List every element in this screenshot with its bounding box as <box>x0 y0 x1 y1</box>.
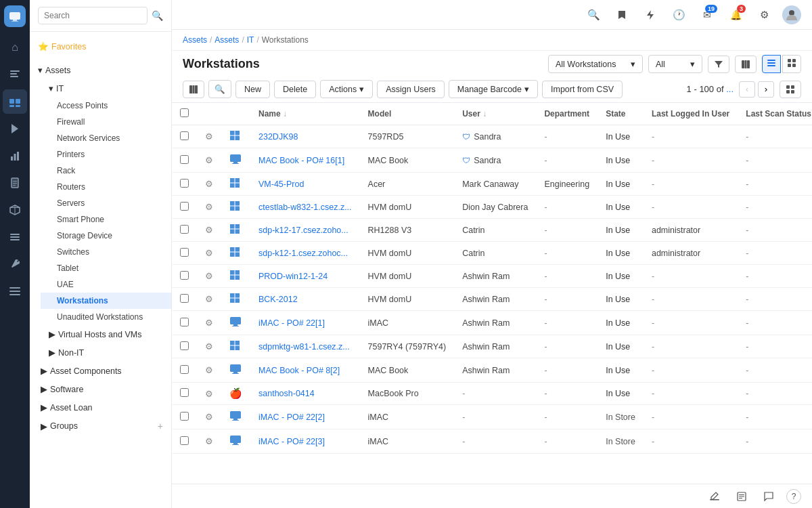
row-settings-icon[interactable]: ⚙ <box>205 294 213 304</box>
chat-icon-bar[interactable] <box>759 487 778 506</box>
sidebar-item-network-services[interactable]: Network Services <box>41 130 171 146</box>
help-icon-bar[interactable]: ? <box>786 489 801 504</box>
bookmark-icon[interactable] <box>612 5 632 25</box>
asset-name-link[interactable]: iMAC - PO# 22[3] <box>258 437 325 446</box>
row-checkbox[interactable] <box>180 179 189 188</box>
row-checkbox[interactable] <box>180 318 189 326</box>
row-checkbox[interactable] <box>180 294 189 303</box>
software-header[interactable]: ▶ Software <box>30 380 171 398</box>
delete-button[interactable]: Delete <box>274 81 316 98</box>
row-checkbox[interactable] <box>180 202 189 211</box>
row-settings-icon[interactable]: ⚙ <box>205 436 213 446</box>
message-icon[interactable]: ✉ 19 <box>697 5 717 25</box>
add-group-icon[interactable]: + <box>158 421 163 431</box>
table-search-button[interactable]: 🔍 <box>208 80 231 98</box>
th-model[interactable]: Model <box>360 103 455 125</box>
groups-header[interactable]: ▶ Groups + <box>30 417 171 436</box>
search-button[interactable]: 🔍 <box>152 10 163 21</box>
bolt-header-icon[interactable] <box>640 5 660 25</box>
nav-package-icon[interactable] <box>3 198 27 222</box>
search-input[interactable] <box>38 7 148 24</box>
row-settings-icon[interactable]: ⚙ <box>205 389 213 399</box>
asset-name-link[interactable]: MAC Book - PO# 8[2] <box>258 366 340 375</box>
workstations-filter[interactable]: All Workstations ▾ <box>548 55 643 73</box>
expand-table-button[interactable] <box>780 81 801 98</box>
row-settings-icon[interactable]: ⚙ <box>205 225 213 235</box>
clock-header-icon[interactable]: 🕐 <box>669 5 689 25</box>
favorites-item[interactable]: ⭐ Favorites <box>30 37 171 56</box>
bell-icon[interactable]: 🔔 3 <box>725 5 746 25</box>
asset-name-link[interactable]: iMAC - PO# 22[1] <box>258 318 325 328</box>
row-checkbox[interactable] <box>180 412 189 421</box>
row-checkbox[interactable] <box>180 155 189 164</box>
it-header[interactable]: ▾ IT <box>35 79 171 98</box>
sidebar-item-printers[interactable]: Printers <box>41 146 171 163</box>
row-settings-icon[interactable]: ⚙ <box>205 179 213 189</box>
import-csv-button[interactable]: Import from CSV <box>542 81 623 98</box>
asset-loan-header[interactable]: ▶ Asset Loan <box>30 398 171 417</box>
th-last-logged[interactable]: Last Logged In User <box>644 103 738 125</box>
assets-header[interactable]: ▾ Assets <box>30 61 171 79</box>
select-all-checkbox[interactable] <box>180 108 189 117</box>
row-checkbox[interactable] <box>180 271 189 280</box>
new-button[interactable]: New <box>235 81 270 98</box>
asset-name-link[interactable]: sdpmktg-w81-1.csez.z... <box>258 342 350 352</box>
row-checkbox[interactable] <box>180 225 189 234</box>
asset-name-link[interactable]: sdp-k12-1.csez.zohoc... <box>258 249 348 258</box>
sidebar-item-unaudited-workstations[interactable]: Unaudited Workstations <box>41 309 171 325</box>
row-settings-icon[interactable]: ⚙ <box>205 318 213 328</box>
edit-icon-bar[interactable] <box>705 487 724 506</box>
columns-toggle-button[interactable] <box>183 81 204 98</box>
sidebar-item-tablet[interactable]: Tablet <box>41 260 171 276</box>
sidebar-item-firewall[interactable]: Firewall <box>41 114 171 130</box>
actions-button[interactable]: Actions ▾ <box>320 80 373 98</box>
list-view-button[interactable] <box>762 55 781 73</box>
sidebar-item-storage-device[interactable]: Storage Device <box>41 228 171 244</box>
asset-name-link[interactable]: MAC Book - PO# 16[1] <box>258 156 344 165</box>
sidebar-item-access-points[interactable]: Access Points <box>41 98 171 114</box>
columns-button[interactable] <box>735 56 757 73</box>
sidebar-item-rack[interactable]: Rack <box>41 163 171 179</box>
nav-tickets-icon[interactable] <box>3 62 27 87</box>
row-settings-icon[interactable]: ⚙ <box>205 155 213 165</box>
row-settings-icon[interactable]: ⚙ <box>205 365 213 375</box>
all-filter[interactable]: All ▾ <box>648 55 702 73</box>
row-settings-icon[interactable]: ⚙ <box>205 202 213 212</box>
virtual-hosts-header[interactable]: ▶ Virtual Hosts and VMs <box>35 325 171 343</box>
th-state[interactable]: State <box>597 103 644 125</box>
sidebar-item-switches[interactable]: Switches <box>41 244 171 260</box>
assign-users-button[interactable]: Assign Users <box>377 81 445 98</box>
asset-name-link[interactable]: PROD-win12-1-24 <box>258 272 328 281</box>
nav-reports-icon[interactable] <box>3 144 27 168</box>
nav-list-icon[interactable] <box>3 225 27 249</box>
breadcrumb-it[interactable]: IT <box>247 35 254 45</box>
asset-name-link[interactable]: santhosh-0414 <box>258 389 315 398</box>
gear-icon[interactable]: ⚙ <box>754 5 774 25</box>
nav-home-icon[interactable]: ⌂ <box>3 35 27 60</box>
th-user[interactable]: User ↓ <box>454 103 536 125</box>
row-checkbox[interactable] <box>180 341 189 350</box>
nav-wrench-icon[interactable] <box>3 252 27 276</box>
user-avatar[interactable] <box>782 5 801 24</box>
asset-name-link[interactable]: iMAC - PO# 22[2] <box>258 412 325 422</box>
nav-contracts-icon[interactable] <box>3 171 27 195</box>
th-last-scan[interactable]: Last Scan Status <box>738 103 812 125</box>
manage-barcode-button[interactable]: Manage Barcode ▾ <box>449 80 538 98</box>
prev-page-button[interactable]: ‹ <box>739 81 755 98</box>
row-checkbox[interactable] <box>180 131 189 140</box>
next-page-button[interactable]: › <box>758 81 774 98</box>
asset-name-link[interactable]: sdp-k12-17.csez.zoho... <box>258 226 348 235</box>
sidebar-item-smart-phone[interactable]: Smart Phone <box>41 211 171 228</box>
breadcrumb-assets2[interactable]: Assets <box>215 35 239 45</box>
th-department[interactable]: Department <box>536 103 597 125</box>
sidebar-item-workstations[interactable]: Workstations <box>41 293 171 309</box>
grid-view-button[interactable] <box>782 55 801 73</box>
nav-settings2-icon[interactable] <box>3 279 27 303</box>
note-icon-bar[interactable] <box>732 487 751 506</box>
sidebar-item-servers[interactable]: Servers <box>41 195 171 211</box>
search-header-icon[interactable]: 🔍 <box>583 5 604 25</box>
nav-assets-icon[interactable] <box>3 89 27 114</box>
filter-button[interactable] <box>708 56 729 73</box>
sidebar-item-uae[interactable]: UAE <box>41 276 171 293</box>
row-settings-icon[interactable]: ⚙ <box>205 131 213 142</box>
